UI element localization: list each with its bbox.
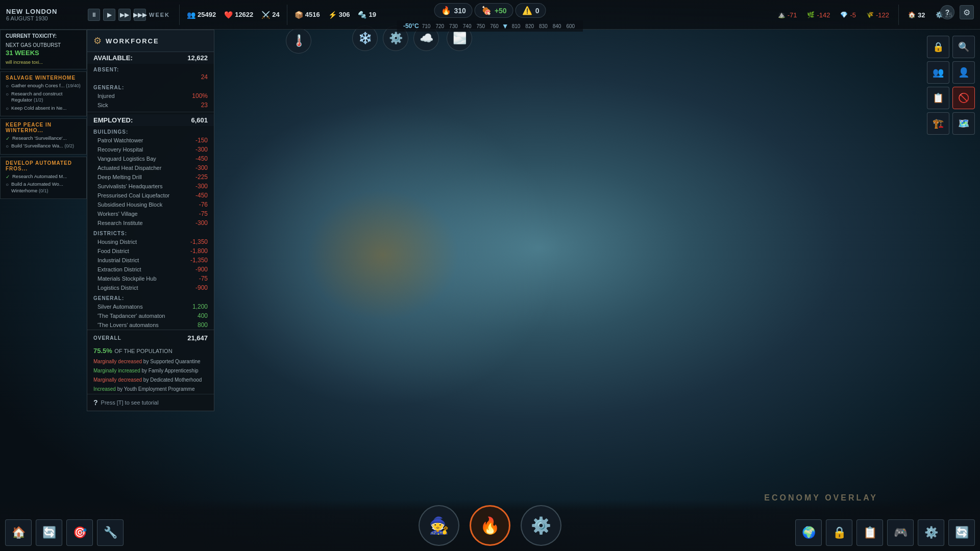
building-val-heat: -300 bbox=[195, 164, 208, 171]
city-name: NEW LONDON bbox=[6, 8, 76, 15]
salvage-check-2: ○ bbox=[6, 91, 9, 97]
overlay-people-btn[interactable]: 👤 bbox=[952, 61, 975, 84]
rbi-2[interactable]: 🔒 bbox=[826, 519, 852, 546]
lbi-3[interactable]: 🎯 bbox=[66, 519, 93, 546]
salvage-check-3: ○ bbox=[6, 106, 9, 111]
temp-tick-2: 720 bbox=[433, 23, 446, 29]
districts-header: DISTRICTS: bbox=[87, 228, 214, 237]
faster-btn[interactable]: ▶▶▶ bbox=[134, 9, 146, 21]
settings-button[interactable]: ⚙ bbox=[960, 5, 974, 19]
bottom-char-left[interactable]: 🧙 bbox=[419, 505, 459, 546]
rbi-5[interactable]: ⚙️ bbox=[918, 519, 944, 546]
temp-tick-4: 740 bbox=[461, 23, 474, 29]
building-name-village: Workers' Village bbox=[93, 211, 138, 217]
right-overlay-btn-3[interactable]: 📋 bbox=[927, 87, 949, 109]
available-val: 12,622 bbox=[187, 54, 208, 62]
absent-val: 24 bbox=[201, 73, 208, 81]
pause-btn[interactable]: ⏸ bbox=[88, 9, 100, 21]
building-name-housing: Subsidised Housing Block bbox=[93, 202, 162, 208]
notes-section: Marginally decreased by Supported Quaran… bbox=[87, 357, 214, 394]
help-button[interactable]: ? bbox=[940, 5, 954, 19]
temperature-bar: -50°C 710 720 730 740 750 760 ▼ 810 820 … bbox=[397, 20, 583, 32]
district-row-industrial: Industrial District -1,350 bbox=[87, 256, 214, 265]
district-name-logistics: Logistics District bbox=[93, 285, 138, 291]
lbi-2[interactable]: 🔄 bbox=[36, 519, 62, 546]
fire-icon: 🔥 bbox=[441, 6, 451, 15]
lbi-4[interactable]: 🔧 bbox=[97, 519, 124, 546]
health-stat: ❤️ 12622 bbox=[220, 11, 257, 19]
develop-text-2: Build a Automated Wo... Winterhome (0/1) bbox=[11, 181, 81, 194]
materials-val: 4516 bbox=[305, 11, 320, 18]
materials-icon: 📦 bbox=[295, 11, 303, 19]
pct-row: 75.5% OF THE POPULATION bbox=[87, 344, 214, 357]
lbi-1[interactable]: 🏠 bbox=[5, 519, 32, 546]
left-sidebar: CURRENT TOXICITY: NEXT GAS OUTBURST 31 W… bbox=[0, 30, 87, 201]
workforce-icon: ⚙ bbox=[93, 35, 102, 46]
wf-div-1 bbox=[87, 112, 214, 112]
injured-label: Injured bbox=[93, 93, 115, 99]
building-val-recovery: -300 bbox=[195, 146, 208, 153]
right-overlay-btn-1[interactable]: 🔒 bbox=[927, 36, 949, 58]
temp-tick-11: 600 bbox=[564, 23, 577, 29]
rbi-1[interactable]: 🌍 bbox=[795, 519, 822, 546]
building-row-vanguard: Vanguard Logistics Bay -450 bbox=[87, 154, 214, 163]
building-val-surv: -300 bbox=[195, 183, 208, 190]
salvage-title: SALVAGE WINTERHOME bbox=[6, 75, 81, 81]
heat-val: 310 bbox=[454, 7, 466, 15]
right-bottom-icons: 🌍 🔒 📋 🎮 ⚙️ 🔄 bbox=[795, 519, 975, 546]
note-4-text: by Youth Employment Programme bbox=[117, 386, 195, 392]
rstat-2-icon: 🌿 bbox=[807, 11, 815, 18]
tutorial-row: ? Press [T] to see tutorial bbox=[87, 394, 214, 411]
temp-marker: ▼ bbox=[502, 22, 509, 30]
note-2: Marginally increased by Family Apprentic… bbox=[87, 366, 214, 375]
rstat-5-val: 32 bbox=[918, 11, 925, 19]
general2-header: GENERAL: bbox=[87, 292, 214, 302]
salvage-item-2: ○ Research and construct Regulator (1/2) bbox=[6, 91, 81, 104]
peace-title: KEEP PEACE IN WINTERHO... bbox=[6, 122, 81, 133]
buildings-header: BUILDINGS: bbox=[87, 126, 214, 136]
food-icon: 🍖 bbox=[481, 6, 492, 15]
outburst-section: NEXT GAS OUTBURST 31 WEEKS will increase… bbox=[6, 40, 81, 66]
note-3-dec: Marginally decreased bbox=[93, 377, 142, 383]
right-overlay-btn-4[interactable]: 🏗️ bbox=[927, 112, 949, 135]
fast-btn[interactable]: ▶▶ bbox=[118, 9, 131, 21]
toxicity-section: CURRENT TOXICITY: NEXT GAS OUTBURST 31 W… bbox=[0, 30, 87, 69]
district-name-stockpile: Materials Stockpile Hub bbox=[93, 276, 157, 282]
building-row-coal: Pressurised Coal Liquefactor -450 bbox=[87, 191, 214, 200]
workforce-panel: ⚙ WORKFORCE AVAILABLE: 12,622 ABSENT: 24… bbox=[87, 30, 214, 411]
right-overlay-btns: 🔒 👥 📋 🏗️ bbox=[927, 36, 949, 135]
bottom-char-right[interactable]: ⚙️ bbox=[521, 505, 561, 546]
heat-stat: 🔥 310 bbox=[434, 3, 473, 18]
building-row-heat: Actuated Heat Dispatcher -300 bbox=[87, 163, 214, 172]
overall-section: OVERALL 21,647 bbox=[87, 330, 214, 344]
rstat-5: 🏠 32 bbox=[904, 11, 929, 19]
district-val-logistics: -900 bbox=[195, 284, 208, 291]
play-btn[interactable]: ▶ bbox=[103, 9, 115, 21]
district-name-industrial: Industrial District bbox=[93, 257, 139, 263]
bottom-char-center[interactable]: 🔥 bbox=[470, 505, 510, 546]
right-overlay-btn-2[interactable]: 👥 bbox=[927, 61, 949, 84]
district-row-stockpile: Materials Stockpile Hub -75 bbox=[87, 274, 214, 283]
building-row-village: Workers' Village -75 bbox=[87, 209, 214, 218]
rbi-4[interactable]: 🎮 bbox=[887, 519, 914, 546]
rbi-3[interactable]: 📋 bbox=[856, 519, 883, 546]
hud-divider-1 bbox=[179, 5, 180, 25]
districts-list: Housing District -1,350 Food District -1… bbox=[87, 237, 214, 292]
building-row-research: Research Institute -300 bbox=[87, 218, 214, 228]
building-val-research: -300 bbox=[195, 219, 208, 227]
note-2-inc: Marginally increased bbox=[93, 368, 140, 373]
rstat-2-val: -142 bbox=[817, 11, 830, 19]
overlay-law-btn[interactable]: 🚫 bbox=[952, 87, 975, 109]
rstat-4: 🌾 -122 bbox=[862, 11, 893, 19]
hud-divider-2 bbox=[287, 5, 287, 25]
pct-val: 75.5% bbox=[93, 347, 112, 355]
rbi-6[interactable]: 🔄 bbox=[948, 519, 975, 546]
develop-check-2: ○ bbox=[6, 182, 9, 187]
injured-val: 100% bbox=[192, 92, 208, 99]
rstat-4-icon: 🌾 bbox=[866, 11, 874, 18]
building-val-coal: -450 bbox=[195, 192, 208, 199]
overlay-zoom-btn[interactable]: 🔍 bbox=[952, 36, 975, 58]
rstat-4-val: -122 bbox=[876, 11, 889, 19]
develop-title: DEVELOP AUTOMATED FROS... bbox=[6, 160, 81, 171]
overlay-map-btn[interactable]: 🗺️ bbox=[952, 112, 975, 135]
